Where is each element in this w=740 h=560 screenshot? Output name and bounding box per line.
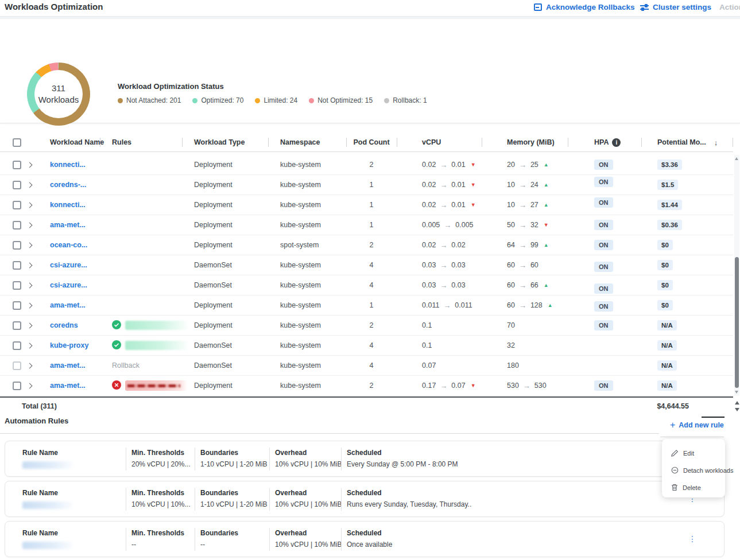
expand-chevron-icon[interactable] [27, 343, 33, 348]
vcpu-to: 0.03 [451, 281, 465, 289]
expand-chevron-icon[interactable] [27, 202, 33, 208]
menu-item-edit[interactable]: Edit [662, 445, 725, 462]
divider [269, 488, 270, 511]
row-checkbox[interactable] [13, 241, 21, 250]
trend-up-icon: ▲ [544, 162, 549, 168]
workload-type: Deployment [182, 221, 268, 229]
memory-to: 99 [530, 241, 538, 249]
expand-chevron-icon[interactable] [27, 322, 33, 328]
table-row: konnecti... Deployment kube-system 2 0.0… [0, 155, 733, 175]
expand-chevron-icon[interactable] [27, 162, 33, 168]
expand-chevron-icon[interactable] [27, 262, 33, 268]
menu-item-delete[interactable]: Delete [662, 479, 725, 496]
add-new-rule-button[interactable]: + Add new rule [670, 421, 724, 430]
workload-name-link[interactable]: ama-met... [50, 382, 86, 390]
info-icon[interactable]: i [612, 138, 621, 147]
col-workload-name[interactable]: Workload Name [38, 133, 100, 151]
expand-chevron-icon[interactable] [27, 363, 33, 368]
scroll-up-icon[interactable] [735, 157, 738, 160]
rule-menu-kebab[interactable]: ⋮ [688, 534, 696, 543]
legend-text: Rollback: 1 [393, 96, 427, 104]
overhead-value: 10% vCPU | 10% MiB [275, 500, 342, 508]
divider [0, 433, 659, 434]
workload-name-link[interactable]: csi-azure... [50, 281, 87, 289]
row-checkbox[interactable] [13, 201, 21, 209]
workload-name-link[interactable]: ama-met... [50, 221, 86, 229]
expand-chevron-icon[interactable] [27, 222, 33, 228]
memory-cell: 50 → 32 ▼ [482, 221, 568, 230]
acknowledge-rollbacks-button[interactable]: Acknowledge Rollbacks [534, 3, 635, 11]
add-new-rule-label: Add new rule [679, 421, 723, 429]
workload-name-link[interactable]: ocean-co... [50, 241, 87, 249]
rule-error-indicator [112, 380, 187, 391]
scroll-down-icon[interactable] [735, 408, 739, 411]
table-row: ama-met... Deployment kube-system 1 0.01… [0, 295, 733, 316]
overhead-label: Overhead [275, 529, 342, 537]
potential-savings-badge: $1.44 [657, 200, 682, 210]
redacted-rule-name [125, 321, 189, 330]
col-workload-type[interactable]: Workload Type [182, 133, 268, 151]
row-checkbox[interactable] [13, 261, 21, 270]
workload-name-link[interactable]: konnecti... [50, 161, 86, 169]
pod-count: 1 [346, 181, 397, 189]
col-vcpu[interactable]: vCPU [397, 133, 482, 151]
vcpu-from: 0.17 [422, 382, 436, 390]
legend-item: Not Optimized: 15 [309, 96, 373, 104]
row-checkbox[interactable] [13, 221, 21, 230]
row-checkbox[interactable] [13, 281, 21, 290]
memory-to: 32 [530, 221, 538, 229]
select-all-checkbox[interactable] [13, 138, 21, 147]
col-hpa[interactable]: HPA i [568, 133, 641, 151]
expand-chevron-icon[interactable] [27, 383, 33, 388]
workload-name-link[interactable]: coredns-... [50, 181, 86, 189]
vcpu-cell: 0.02 → 0.01 ▼ [397, 181, 482, 189]
scroll-down-icon[interactable] [735, 391, 738, 394]
arrow-right-icon: → [523, 382, 530, 390]
workload-name-link[interactable]: ama-met... [50, 361, 86, 370]
vcpu-from: 0.02 [422, 241, 436, 249]
scroll-up-icon[interactable] [735, 401, 739, 405]
sort-desc-icon[interactable]: ↓ [714, 138, 718, 147]
workload-name-link[interactable]: konnecti... [50, 201, 86, 209]
row-checkbox[interactable] [13, 181, 21, 189]
overhead-value: 10% vCPU | 10% MiB [275, 460, 342, 468]
hpa-badge: ON [594, 301, 613, 312]
expand-chevron-icon[interactable] [27, 282, 33, 288]
check-circle-icon [112, 320, 121, 331]
workload-name-link[interactable]: ama-met... [50, 301, 86, 309]
workload-name-link[interactable]: kube-proxy [50, 341, 88, 349]
row-checkbox[interactable] [13, 161, 21, 169]
col-memory[interactable]: Memory (MiB) [482, 133, 568, 151]
expand-chevron-icon[interactable] [27, 182, 33, 188]
expand-chevron-icon[interactable] [27, 302, 33, 308]
scrollbar-thumb[interactable] [735, 257, 739, 388]
table-row: kube-proxy DaemonSet kube-system 4 0.1 [0, 336, 733, 356]
cluster-settings-button[interactable]: Cluster settings [640, 3, 711, 11]
potential-savings-badge: $0.36 [657, 220, 682, 230]
top-bar: Workloads Optimization Acknowledge Rollb… [0, 0, 740, 17]
edit-label: Edit [683, 450, 694, 457]
col-pod-count[interactable]: Pod Count [346, 133, 397, 151]
hpa-badge: ON [594, 177, 613, 187]
col-rules[interactable]: Rules [100, 133, 182, 151]
row-checkbox[interactable] [13, 321, 21, 330]
page-title: Workloads Optimization [5, 2, 103, 11]
vcpu-to: 0.01 [451, 201, 465, 209]
menu-item-detach-workloads[interactable]: Detach workloads [662, 462, 725, 479]
hpa-badge: ON [594, 262, 613, 272]
col-potential-savings[interactable]: Potential Mo... ↓ [641, 133, 733, 151]
table-scrollbar[interactable] [734, 155, 739, 396]
row-checkbox[interactable] [13, 361, 21, 370]
row-checkbox[interactable] [13, 301, 21, 310]
workload-name-link[interactable]: csi-azure... [50, 261, 87, 269]
col-namespace[interactable]: Namespace [268, 133, 346, 151]
rule-name-label: Rule Name [22, 489, 75, 497]
actions-button[interactable]: Actions [719, 3, 740, 11]
workload-name-link[interactable]: coredns [50, 321, 78, 329]
namespace: kube-system [268, 382, 346, 390]
row-checkbox[interactable] [13, 382, 21, 390]
row-checkbox[interactable] [13, 341, 21, 350]
expand-chevron-icon[interactable] [27, 242, 33, 248]
trend-down-icon: ▼ [471, 383, 476, 388]
overhead-value: 10% vCPU | 10% MiB [275, 540, 342, 549]
